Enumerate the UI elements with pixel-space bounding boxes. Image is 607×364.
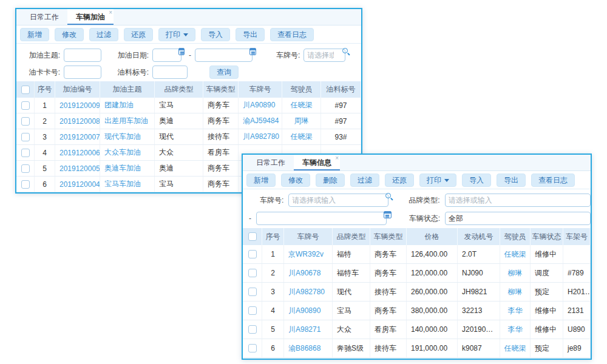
cell-vehicle-type: 商务车 [203, 98, 239, 113]
import-button[interactable]: 导入 [201, 28, 230, 41]
cell-driver[interactable]: 任晓渠 [500, 339, 531, 357]
close-icon[interactable]: × [109, 10, 112, 16]
col-vehicle-status: 车辆状态 [531, 228, 563, 245]
refuel-toolbar: 新增 修改 过滤 还原 打印 导入 导出 查看日志 [16, 25, 361, 44]
cell-driver[interactable]: 任晓渠 [500, 245, 531, 263]
cell-refuel-topic[interactable]: 大众车加油 [100, 145, 155, 160]
cell-refuel-no[interactable]: 2019120009 [55, 98, 100, 113]
import-button[interactable]: 导入 [462, 174, 491, 187]
search-icon[interactable] [342, 48, 348, 55]
restore-button[interactable]: 还原 [124, 28, 153, 41]
row-checkbox[interactable] [248, 344, 257, 352]
cell-plate-no[interactable]: 川A98271 [284, 320, 333, 339]
add-button[interactable]: 新增 [246, 174, 276, 187]
cell-brand-type: 大众 [155, 145, 203, 160]
cell-plate-no[interactable]: 川A90890 [239, 98, 282, 113]
add-button[interactable]: 新增 [20, 28, 49, 41]
cell-refuel-topic[interactable]: 团建加油 [100, 98, 155, 113]
filter-button[interactable]: 过滤 [350, 174, 379, 187]
print-button[interactable]: 打印 [158, 28, 195, 41]
tab-daily-work[interactable]: 日常工作 [248, 155, 294, 170]
cell-vehicle-type: 接待车 [370, 283, 407, 301]
refuel-date-start-input[interactable] [152, 49, 181, 62]
calendar-icon[interactable] [249, 48, 256, 55]
export-button[interactable]: 导出 [236, 28, 265, 41]
cell-refuel-topic[interactable]: 奥迪车加油 [100, 161, 155, 176]
cell-price: 140,000.00 [407, 320, 458, 339]
cell-driver[interactable]: 任晓渠 [282, 98, 321, 113]
cell-driver[interactable]: 任晓渠 [282, 129, 321, 144]
row-checkbox[interactable] [21, 101, 30, 110]
cell-driver[interactable]: 李华 [500, 320, 531, 339]
cell-refuel-no[interactable]: 2019120004 [55, 177, 100, 192]
cell-seq: 3 [35, 129, 55, 144]
cell-refuel-topic[interactable]: 出差用车加油 [100, 113, 155, 129]
cell-driver[interactable]: 李华 [500, 302, 531, 320]
cell-refuel-topic[interactable]: 现代车加油 [100, 129, 155, 144]
view-log-button[interactable]: 查看日志 [270, 28, 314, 41]
row-checkbox[interactable] [21, 180, 30, 189]
row-checkbox[interactable] [21, 164, 30, 173]
cell-seq: 3 [262, 283, 284, 301]
row-checkbox[interactable] [21, 117, 30, 126]
tab-vehicle-refuel[interactable]: 车辆加油 × [67, 9, 114, 25]
row-checkbox[interactable] [21, 133, 30, 141]
cell-plate-no[interactable]: 渝B86868 [284, 339, 333, 357]
header-checkbox[interactable] [21, 86, 30, 94]
cell-plate-no[interactable]: 川A90890 [284, 302, 333, 320]
row-checkbox[interactable] [248, 325, 257, 334]
row-checkbox[interactable] [248, 288, 257, 296]
caret-down-icon [183, 33, 188, 36]
col-brand-type: 品牌类型 [333, 228, 370, 245]
tab-daily-work[interactable]: 日常工作 [21, 9, 67, 25]
search-icon[interactable] [385, 193, 392, 200]
date-end-input[interactable] [256, 212, 387, 225]
delete-button[interactable]: 删除 [316, 174, 345, 187]
print-button[interactable]: 打印 [419, 174, 456, 187]
vehicle-plate-input[interactable] [288, 194, 388, 207]
fuel-grade-input[interactable] [152, 66, 188, 79]
print-label: 打印 [166, 30, 180, 39]
calendar-icon[interactable] [384, 211, 391, 218]
view-log-button[interactable]: 查看日志 [531, 174, 575, 187]
cell-driver[interactable]: 周琳 [282, 113, 321, 129]
tab-vehicle-info[interactable]: 车辆信息 × [294, 155, 340, 170]
brand-type-input[interactable] [445, 194, 591, 207]
cell-plate-no[interactable]: 京WR392v [284, 245, 333, 263]
cell-refuel-no[interactable]: 2019120005 [55, 161, 100, 176]
cell-refuel-no[interactable]: 2019120007 [55, 129, 100, 144]
calendar-icon[interactable] [178, 48, 185, 55]
vehicle-table-header: 序号 车牌号 品牌类型 车辆类型 价格 发动机号 驾驶员 车辆状态 车架号 [243, 228, 591, 245]
filter-button[interactable]: 过滤 [89, 28, 118, 41]
cell-refuel-no[interactable]: 2019120008 [55, 113, 100, 129]
cell-driver[interactable]: 柳琳 [500, 264, 531, 282]
vehicle-status-select[interactable] [445, 212, 591, 225]
restore-button[interactable]: 还原 [385, 174, 414, 187]
row-checkbox[interactable] [248, 269, 257, 277]
row-checkbox[interactable] [248, 250, 257, 258]
col-plate-no: 车牌号 [239, 81, 282, 98]
close-icon[interactable]: × [335, 155, 339, 161]
cell-plate-no[interactable]: 川A982780 [239, 129, 282, 144]
cell-driver[interactable]: 柳琳 [500, 283, 531, 301]
row-checkbox[interactable] [248, 306, 257, 315]
cell-brand-type: 大众 [333, 320, 370, 339]
brand-type-label: 品牌类型: [409, 195, 439, 206]
edit-button[interactable]: 修改 [281, 174, 310, 187]
edit-button[interactable]: 修改 [55, 28, 84, 41]
refuel-topic-input[interactable] [64, 49, 101, 62]
header-checkbox[interactable] [248, 232, 257, 241]
export-button[interactable]: 导出 [497, 174, 526, 187]
cell-refuel-no[interactable]: 2019120006 [55, 145, 100, 160]
cell-plate-no[interactable]: 川A982780 [284, 283, 333, 301]
query-button[interactable]: 查询 [209, 66, 239, 79]
cell-refuel-topic[interactable]: 宝马车加油 [100, 177, 155, 192]
cell-vehicle-type: 商务车 [203, 161, 239, 176]
row-checkbox[interactable] [21, 149, 30, 157]
refuel-date-end-input[interactable] [195, 49, 253, 62]
refuel-plate-input[interactable] [304, 49, 345, 62]
vehicle-tab-bar: 日常工作 车辆信息 × [243, 155, 591, 171]
cell-plate-no[interactable]: 渝AJ59484 [239, 113, 282, 129]
cell-plate-no[interactable]: 川A90678 [284, 264, 333, 282]
fuel-card-input[interactable] [64, 66, 101, 79]
